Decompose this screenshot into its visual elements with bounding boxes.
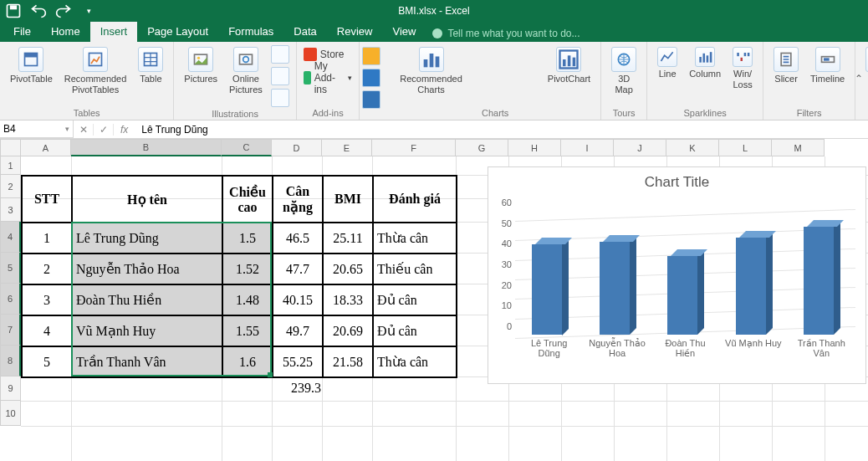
col-header-L[interactable]: L xyxy=(719,139,772,156)
shapes-button[interactable] xyxy=(271,45,289,64)
tab-home[interactable]: Home xyxy=(41,22,90,42)
tab-data[interactable]: Data xyxy=(283,22,326,42)
3dmap-button[interactable]: 3D Map xyxy=(608,45,640,97)
tab-file[interactable]: File xyxy=(3,22,41,42)
col-header-K[interactable]: K xyxy=(666,139,719,156)
collapse-ribbon-icon[interactable]: ⌃ xyxy=(855,73,863,85)
tab-formulas[interactable]: Formulas xyxy=(218,22,283,42)
row-header-6[interactable]: 6 xyxy=(0,284,21,315)
column-headers: ABCDEFGHIJKLM xyxy=(21,139,868,156)
sparkline-column-button[interactable]: Column xyxy=(686,45,724,92)
tab-pagelayout[interactable]: Page Layout xyxy=(137,22,218,42)
chart-bar[interactable] xyxy=(600,242,635,335)
row-header-1[interactable]: 1 xyxy=(0,156,21,175)
col-header-C[interactable]: C xyxy=(222,139,272,156)
chart-bar[interactable] xyxy=(667,256,702,335)
chart-stat-button[interactable] xyxy=(471,85,493,104)
tab-insert[interactable]: Insert xyxy=(90,22,138,42)
sparkline-winloss-button[interactable]: Win/ Loss xyxy=(729,45,756,92)
svg-rect-15 xyxy=(568,55,571,66)
row-header-4[interactable]: 4 xyxy=(0,222,21,253)
col-header-D[interactable]: D xyxy=(272,139,322,156)
undo-icon[interactable] xyxy=(30,1,47,21)
row-header-8[interactable]: 8 xyxy=(0,346,21,376)
tell-me[interactable]: Tell me what you want to do... xyxy=(426,22,586,42)
chart-line-button[interactable] xyxy=(494,45,516,64)
chart-bar[interactable] xyxy=(804,227,839,335)
recommended-charts-button[interactable]: Recommended Charts xyxy=(396,45,466,97)
svg-rect-11 xyxy=(429,54,433,67)
svg-rect-3 xyxy=(25,54,38,58)
redo-icon[interactable] xyxy=(55,1,72,21)
people-graph-button[interactable] xyxy=(362,69,380,87)
name-box[interactable]: B4▾ xyxy=(0,120,74,138)
col-header-G[interactable]: G xyxy=(456,139,508,156)
table-row[interactable]: 4Vũ Mạnh Huy1.5549.720.69Đủ cân xyxy=(22,315,457,346)
svg-point-7 xyxy=(197,57,200,59)
pictures-button[interactable]: Pictures xyxy=(181,45,221,97)
table-row[interactable]: 3Đoàn Thu Hiền1.4840.1518.33Đủ cân xyxy=(22,284,457,315)
svg-rect-4 xyxy=(89,54,102,66)
save-icon[interactable] xyxy=(5,1,22,21)
table-row[interactable]: 5Trần Thanh Vân1.655.2521.58Thừa cân xyxy=(22,346,457,377)
cancel-button[interactable]: ✕ xyxy=(74,124,94,136)
select-all-corner[interactable] xyxy=(0,139,21,156)
table-row[interactable]: 1Lê Trung Dũng1.546.525.11Thừa cân xyxy=(22,223,457,254)
row-header-2[interactable]: 2 xyxy=(0,175,21,198)
th-hoten: Họ tên xyxy=(72,176,222,223)
visio-button[interactable] xyxy=(362,90,380,109)
chart-pie-button[interactable] xyxy=(518,45,539,64)
pivotchart-button[interactable]: PivotChart xyxy=(544,45,594,97)
svg-rect-24 xyxy=(744,53,747,56)
slicer-button[interactable]: Slicer xyxy=(770,45,802,97)
tab-review[interactable]: Review xyxy=(327,22,383,42)
chart[interactable]: Chart Title 6050403020100 Lê Trung DũngN… xyxy=(488,166,866,384)
chart-scatter-button[interactable] xyxy=(518,85,539,104)
chart-hier-button[interactable] xyxy=(518,65,539,84)
row-header-3[interactable]: 3 xyxy=(0,198,21,222)
table-row[interactable]: 2Nguyễn Thảo Hoa1.5247.720.65Thiếu cân xyxy=(22,254,457,284)
col-header-I[interactable]: I xyxy=(561,139,614,156)
3dmap-label: 3D Map xyxy=(615,74,632,95)
chart-combo-button[interactable] xyxy=(494,85,516,104)
col-header-B[interactable]: B xyxy=(71,139,222,156)
tab-view[interactable]: View xyxy=(382,22,426,42)
bing-maps-button[interactable] xyxy=(362,47,380,65)
myaddins-button[interactable]: My Add-ins▾ xyxy=(304,69,352,87)
store-label: Store xyxy=(320,49,345,60)
qat-dropdown-icon[interactable]: ▾ xyxy=(80,1,97,21)
sparkline-line-button[interactable]: Line xyxy=(654,45,681,92)
col-header-J[interactable]: J xyxy=(614,139,666,156)
col-header-A[interactable]: A xyxy=(21,139,71,156)
worksheet-grid[interactable]: 12345678910 ABCDEFGHIJKLM STT Họ tên Chi… xyxy=(0,139,868,461)
col-header-E[interactable]: E xyxy=(322,139,372,156)
chart-stock-button[interactable] xyxy=(494,65,516,84)
chart-map-button[interactable] xyxy=(471,65,493,84)
recommended-pivot-button[interactable]: Recommended PivotTables xyxy=(61,45,130,97)
chart-bar[interactable] xyxy=(736,238,771,335)
row-header-9[interactable]: 9 xyxy=(0,376,21,401)
enter-button[interactable]: ✓ xyxy=(94,124,114,136)
row-header-5[interactable]: 5 xyxy=(0,253,21,284)
chart-bar-button[interactable] xyxy=(471,45,493,64)
fx-icon[interactable]: fx xyxy=(114,124,135,136)
timeline-button[interactable]: Timeline xyxy=(807,45,848,97)
smartart-button[interactable] xyxy=(271,67,289,85)
formula-input[interactable]: Lê Trung Dũng xyxy=(135,124,868,136)
online-pictures-label: Online Pictures xyxy=(229,74,263,95)
col-header-M[interactable]: M xyxy=(772,139,825,156)
chart-title[interactable]: Chart Title xyxy=(488,167,865,194)
hyperlink-button[interactable]: Hy xyxy=(862,45,868,97)
row-header-7[interactable]: 7 xyxy=(0,315,21,346)
table-button[interactable]: Table xyxy=(135,45,166,97)
group-illustrations: Pictures Online Pictures Illustrations xyxy=(174,42,297,120)
online-pictures-button[interactable]: Online Pictures xyxy=(226,45,266,97)
col-header-F[interactable]: F xyxy=(372,139,456,156)
sum-cell[interactable]: 239.3 xyxy=(282,381,330,396)
screenshot-button[interactable] xyxy=(271,89,289,107)
timeline-icon xyxy=(815,47,840,72)
row-header-10[interactable]: 10 xyxy=(0,401,21,426)
col-header-H[interactable]: H xyxy=(508,139,561,156)
chart-bar[interactable] xyxy=(532,244,567,336)
pivottable-button[interactable]: PivotTable xyxy=(7,45,56,97)
